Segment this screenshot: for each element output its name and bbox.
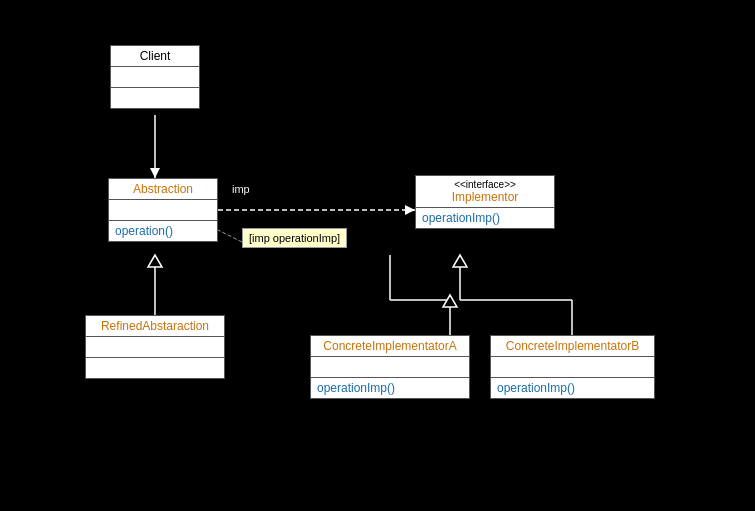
svg-line-4 [218,230,242,242]
concrete-a-row1 [311,357,469,378]
concrete-b-op: operationImp() [491,378,654,398]
implementor-op: operationImp() [416,208,554,228]
client-header: Client [111,46,199,67]
concrete-b-box: ConcreteImplementatorB operationImp() [490,335,655,399]
svg-marker-10 [443,295,457,307]
client-row1 [111,67,199,88]
concrete-a-name: ConcreteImplementatorA [323,339,456,353]
implementor-name: Implementor [452,190,519,204]
refined-abstraction-name: RefinedAbstaraction [101,319,209,333]
concrete-b-header: ConcreteImplementatorB [491,336,654,357]
svg-marker-14 [453,255,467,267]
client-box: Client [110,45,200,109]
implementor-header: <<interface>> Implementor [416,176,554,208]
concrete-a-header: ConcreteImplementatorA [311,336,469,357]
concrete-a-box: ConcreteImplementatorA operationImp() [310,335,470,399]
abstraction-op-text: operation() [115,224,173,238]
abstraction-operation: operation() [109,221,217,241]
svg-marker-1 [150,168,160,178]
svg-marker-6 [148,255,162,267]
abstraction-name: Abstraction [133,182,193,196]
svg-marker-3 [405,205,415,215]
client-name: Client [140,49,171,63]
concrete-b-op-text: operationImp() [497,381,575,395]
refined-abstraction-box: RefinedAbstaraction [85,315,225,379]
client-row2 [111,88,199,108]
concrete-a-op: operationImp() [311,378,469,398]
note-text: [imp operationImp] [249,232,340,244]
concrete-a-op-text: operationImp() [317,381,395,395]
refined-row1 [86,337,224,358]
implementor-op-text: operationImp() [422,211,500,225]
abstraction-row1 [109,200,217,221]
implementor-stereotype: <<interface>> [422,179,548,190]
abstraction-box: Abstraction operation() [108,178,218,242]
abstraction-header: Abstraction [109,179,217,200]
concrete-b-row1 [491,357,654,378]
refined-row2 [86,358,224,378]
imp-label: imp [232,183,250,195]
note-box: [imp operationImp] [242,228,347,248]
implementor-box: <<interface>> Implementor operationImp() [415,175,555,229]
concrete-b-name: ConcreteImplementatorB [506,339,639,353]
refined-abstraction-header: RefinedAbstaraction [86,316,224,337]
